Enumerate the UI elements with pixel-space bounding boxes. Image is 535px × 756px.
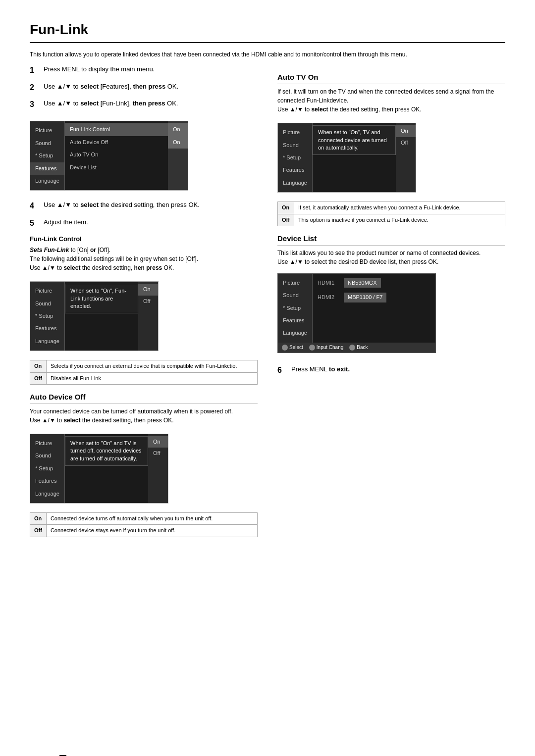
atv-on-row: On If set, it automatically activates wh… [278,202,505,214]
fl-sidebar-language: Language [30,335,64,348]
sidebar-language: Language [30,175,64,187]
step-num-2: 2 [30,82,40,93]
ado-off-row: Off Connected device stays even if you t… [30,525,258,537]
auto-tv-on-heading: Auto TV On [277,72,505,84]
footer-select: Select [282,344,303,351]
sidebar-setup: * Setup [30,150,64,162]
fl-sidebar-sound: Sound [30,298,64,310]
step-5: 5 Adjust the item. [30,218,258,229]
hdmi2-value: MBP1100 / F7 [344,293,386,302]
hdmi-menu-inner: Picture Sound * Setup Features Language … [278,274,435,343]
ado-off-desc: Connected device stays even if you turn … [46,525,257,537]
ado-off-option: Off [148,448,168,459]
page-title: Fun-Link [30,20,505,43]
atv-sidebar-picture: Picture [278,126,312,139]
funlink-on-option: On [138,284,158,295]
footer-input-change: Input Chang [309,344,344,351]
ado-sidebar-features: Features [30,475,64,487]
funlink-off-row: Off Disables all Fun-Link [30,372,258,384]
auto-tv-menu-row: Picture Sound * Setup Features Language … [277,118,505,198]
auto-device-menu-mockup: Picture Sound * Setup Features Language … [30,434,168,504]
hdmi1-label: HDMI1 [318,279,340,287]
atv-sidebar-sound: Sound [278,139,312,151]
device-list-mockup: Picture Sound * Setup Features Language … [277,273,436,353]
left-column: 1 Press MENL to display the main menu. 2… [30,65,258,541]
hdmi2-row: HDMI2 MBP1100 / F7 [313,290,435,304]
ado-sidebar-language: Language [30,488,64,500]
step-3: 3 Use ▲/▼ to select [Fun-Link], then pre… [30,99,258,110]
hdmi1-value: NB530MGX [344,278,381,288]
atv-popup: When set to "On", TV and connected devic… [313,125,396,155]
right-column: Auto TV On If set, it will turn on the T… [277,65,505,541]
atv-sidebar-language: Language [278,177,312,189]
sub-on-1: On [168,123,188,136]
fl-sidebar-features: Features [30,322,64,335]
intro-text: This function allows you to operate link… [30,50,505,59]
funlink-control-desc1: Sets Fun-Link to [On] or [Off]. The foll… [30,246,258,272]
step-num-4: 4 [30,201,40,211]
menu-main-1: Fun-Link Control Auto Device Off Auto TV… [65,121,168,190]
menu-sub-1: On On [168,121,188,190]
funlink-on-desc: Selects if you connect an external devic… [46,360,257,372]
hdmi-sidebar: Picture Sound * Setup Features Language [278,274,313,343]
atv-off-row: Off This option is inactive if you conne… [278,214,505,226]
funlink-menu-row: Picture Sound * Setup Features Language … [30,276,258,356]
sidebar-features: Features [30,162,64,175]
device-list-heading: Device List [277,233,505,246]
ado-sidebar-sound: Sound [30,450,64,462]
ado-on-label: On [30,512,47,524]
select-icon [282,345,288,351]
auto-device-menu-row: Picture Sound * Setup Features Language … [30,429,258,508]
hdmi-s-sound: Sound [278,289,312,302]
footer-back: Back [349,344,368,351]
step-num-5: 5 [30,218,40,229]
ado-on-row: On Connected device turns off automatica… [30,512,258,524]
funlink-menu-mockup: Picture Sound * Setup Features Language … [30,281,159,351]
step-text-4: Use ▲/▼ to select the desired setting, t… [44,201,200,209]
ado-on-off-table: On Connected device turns off automatica… [30,512,258,537]
menu-device-list: Device List [65,161,168,174]
hdmi-s-picture: Picture [278,277,312,289]
ado-on-option: On [148,436,168,448]
step-2: 2 Use ▲/▼ to select [Features], then pre… [30,82,258,93]
step-num-6: 6 [277,365,287,376]
atv-on-desc: If set, it automatically activates when … [294,202,505,214]
step-6: 6 Press MENL to exit. [277,365,505,376]
menu-mockup-1: Picture Sound * Setup Features Language … [30,121,188,191]
hdmi2-label: HDMI2 [318,294,340,301]
funlink-off-option: Off [138,296,158,307]
step-text-3: Use ▲/▼ to select [Fun-Link], then press… [44,99,178,108]
atv-on-option: On [396,125,416,137]
atv-sidebar-features: Features [278,164,312,176]
step-text-6: Press MENL to exit. [291,365,350,374]
ado-on-desc: Connected device turns off automatically… [46,512,257,524]
back-icon [349,345,355,351]
funlink-on-label: On [30,360,47,372]
menu-auto-tv-on: Auto TV On [65,149,168,161]
funlink-main: When set to "On", Fun-Link functions are… [65,282,138,351]
sub-on-2: On [168,136,188,149]
input-change-icon [309,345,315,351]
auto-device-off-desc: Your connected device can be turned off … [30,407,258,425]
funlink-popup: When set to "On", Fun-Link functions are… [65,284,138,313]
step-text-1: Press MENL to display the main menu. [44,65,155,74]
auto-tv-on-desc: If set, it will turn on the TV and when … [277,87,505,114]
funlink-off-label: Off [30,372,47,384]
atv-off-option: Off [396,137,416,149]
auto-device-off-heading: Auto Device Off [30,392,258,404]
atv-on-label: On [278,202,294,214]
atv-off-desc: This option is inactive if you connect a… [294,214,505,226]
hdmi-s-setup: * Setup [278,302,312,314]
atv-sub-options: On Off [396,123,416,192]
atv-sidebar: Picture Sound * Setup Features Language [278,123,313,192]
menu-sidebar-1: Picture Sound * Setup Features Language [30,121,65,190]
funlink-sidebar: Picture Sound * Setup Features Language [30,282,65,351]
funlink-on-row: On Selects if you connect an external de… [30,360,258,372]
hdmi1-row: HDMI1 NB530MGX [313,276,435,290]
sidebar-picture: Picture [30,124,64,137]
ado-sidebar-setup: * Setup [30,462,64,475]
ado-sidebar-picture: Picture [30,437,64,450]
ado-popup: When set to "On" and TV is turned off, c… [65,436,148,466]
device-list-desc: This list allows you to see the product … [277,249,505,266]
funlink-off-desc: Disables all Fun-Link [46,372,257,384]
